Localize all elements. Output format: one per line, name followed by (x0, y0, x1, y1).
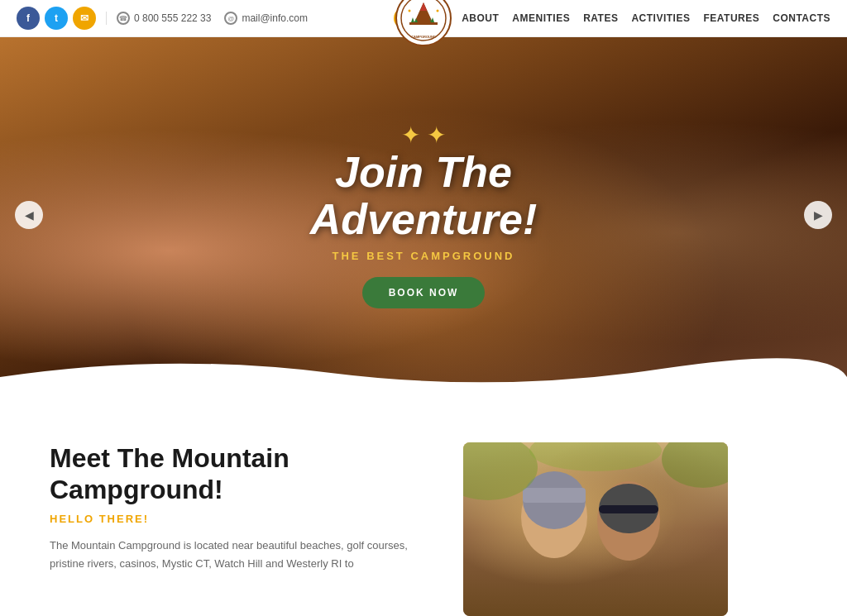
intro-hello: HELLO THERE! (50, 513, 430, 525)
svg-point-8 (409, 10, 411, 12)
phone-number: 0 800 555 222 33 (134, 12, 211, 24)
hero-title-line1: Join The (335, 148, 512, 196)
phone-icon: ☎ (117, 12, 130, 25)
main-nav: HOME ABOUT AMENITIES RATES ACTIVITIES FE… (394, 7, 830, 29)
hero-title-line2: Adventure! (310, 195, 537, 243)
people-svg (463, 442, 728, 616)
facebook-button[interactable]: f (17, 7, 40, 30)
logo-svg: THE MOUNTY CAMPGROUND (400, 0, 447, 42)
sparkle-left-icon: ✦ ✦ (401, 122, 446, 149)
phone-contact: ☎ 0 800 555 222 33 (117, 12, 211, 25)
nav-rates[interactable]: RATES (583, 12, 618, 24)
hero-arrow-left[interactable]: ◀ (15, 201, 43, 229)
social-icons: f t ✉ (17, 7, 96, 30)
nav-contacts[interactable]: CONTACTS (773, 12, 830, 24)
svg-text:THE MOUNTY: THE MOUNTY (413, 0, 435, 1)
site-logo[interactable]: THE MOUNTY CAMPGROUND (395, 0, 452, 46)
hero-content: ✦ ✦ Join The Adventure! THE BEST CAMPGRO… (310, 122, 537, 308)
contact-info: ☎ 0 800 555 222 33 @ mail@info.com (106, 12, 308, 25)
email-social-button[interactable]: ✉ (73, 7, 96, 30)
intro-title: Meet The Mountain Campground! (50, 442, 430, 506)
email-address: mail@info.com (242, 12, 308, 24)
svg-marker-2 (420, 2, 427, 11)
email-contact: @ mail@info.com (224, 12, 308, 25)
hero-wave (0, 352, 847, 393)
svg-rect-7 (409, 22, 438, 25)
nav-about[interactable]: ABOUT (462, 12, 499, 24)
svg-rect-15 (523, 488, 586, 503)
book-now-button[interactable]: BOOK NOW (362, 277, 486, 308)
hero-arrow-right[interactable]: ▶ (804, 201, 832, 229)
hero-subtitle: THE BEST CAMPGROUND (310, 250, 537, 262)
svg-rect-18 (599, 505, 658, 513)
intro-text: Meet The Mountain Campground! HELLO THER… (50, 442, 430, 573)
svg-text:CAMPGROUND: CAMPGROUND (411, 35, 436, 39)
nav-features[interactable]: FEATURES (703, 12, 759, 24)
intro-section: Meet The Mountain Campground! HELLO THER… (0, 393, 847, 616)
logo-circle: THE MOUNTY CAMPGROUND (395, 0, 452, 46)
intro-image (463, 442, 744, 616)
site-header: f t ✉ ☎ 0 800 555 222 33 @ mail@info.com (0, 0, 847, 37)
nav-amenities[interactable]: AMENITIES (512, 12, 570, 24)
hero-background: ✦ ✦ Join The Adventure! THE BEST CAMPGRO… (0, 37, 847, 393)
hero-section: ✦ ✦ Join The Adventure! THE BEST CAMPGRO… (0, 37, 847, 393)
email-icon: @ (224, 12, 237, 25)
intro-photo (463, 442, 728, 616)
hero-sparkle-row: ✦ ✦ (310, 122, 537, 149)
header-left: f t ✉ ☎ 0 800 555 222 33 @ mail@info.com (17, 7, 308, 30)
intro-description: The Mountain Campground is located near … (50, 537, 430, 573)
svg-marker-3 (411, 17, 414, 22)
hero-title: Join The Adventure! (310, 149, 537, 243)
twitter-button[interactable]: t (45, 7, 68, 30)
svg-point-9 (437, 10, 439, 12)
nav-activities[interactable]: ACTIVITIES (631, 12, 690, 24)
